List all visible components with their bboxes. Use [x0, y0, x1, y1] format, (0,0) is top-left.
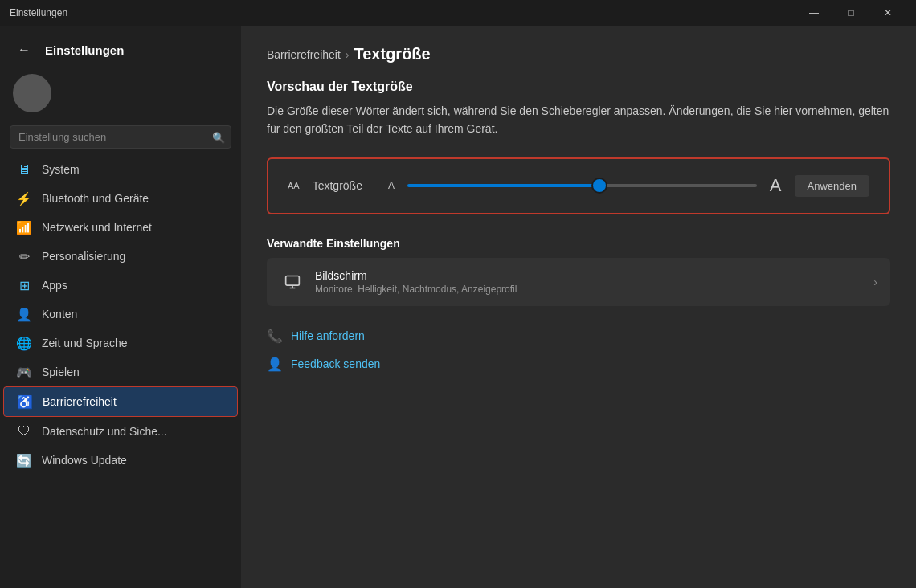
search-icon: 🔍: [212, 131, 225, 143]
slider-a-small: A: [388, 180, 395, 191]
sidebar-item-time[interactable]: 🌐 Zeit und Sprache: [3, 329, 238, 357]
sidebar-item-label: Barrierefreiheit: [43, 395, 117, 408]
sidebar-app-title: Einstellungen: [45, 43, 124, 57]
breadcrumb-parent: Barrierefreiheit: [267, 48, 341, 61]
main-content: Barrierefreiheit › Textgröße Vorschau de…: [241, 26, 916, 588]
breadcrumb: Barrierefreiheit › Textgröße: [267, 45, 890, 63]
gaming-icon: 🎮: [16, 364, 32, 380]
sidebar: ← Einstellungen 🔍 🖥 System ⚡ Bluetooth u…: [0, 26, 241, 588]
sidebar-item-network[interactable]: 📶 Netzwerk und Internet: [3, 213, 238, 242]
maximize-button[interactable]: □: [832, 0, 869, 26]
sidebar-item-label: Netzwerk und Internet: [42, 221, 152, 234]
avatar-area: [0, 67, 241, 125]
feedback-link-label: Feedback senden: [291, 357, 380, 370]
sidebar-item-label: Personalisierung: [42, 250, 125, 263]
related-item-display[interactable]: Bildschirm Monitore, Helligkeit, Nachtmo…: [267, 258, 890, 306]
preview-description: Die Größe dieser Wörter ändert sich, wäh…: [267, 102, 890, 138]
apply-button[interactable]: Anwenden: [795, 175, 869, 197]
sidebar-item-label: System: [42, 163, 80, 176]
help-icon: 📞: [267, 329, 283, 344]
sidebar-item-label: Datenschutz und Siche...: [42, 425, 167, 438]
apps-icon: ⊞: [16, 277, 32, 293]
time-icon: 🌐: [16, 335, 32, 351]
sidebar-item-update[interactable]: 🔄 Windows Update: [3, 446, 238, 475]
update-icon: 🔄: [16, 452, 32, 468]
slider-track: [407, 184, 757, 187]
help-link-label: Hilfe anfordern: [291, 329, 365, 342]
display-item-text: Bildschirm Monitore, Helligkeit, Nachtmo…: [315, 269, 873, 295]
sidebar-item-label: Apps: [42, 279, 67, 292]
breadcrumb-separator: ›: [346, 48, 350, 61]
search-input[interactable]: [10, 125, 231, 149]
sidebar-item-label: Bluetooth und Geräte: [42, 192, 149, 205]
privacy-icon: 🛡: [16, 423, 32, 439]
close-button[interactable]: ✕: [869, 0, 906, 26]
accessibility-icon: ♿: [17, 394, 33, 410]
sidebar-item-bluetooth[interactable]: ⚡ Bluetooth und Geräte: [3, 184, 238, 213]
feedback-link[interactable]: 👤 Feedback senden: [267, 350, 890, 378]
back-button[interactable]: ←: [13, 39, 35, 61]
accounts-icon: 👤: [16, 306, 32, 322]
sidebar-item-label: Zeit und Sprache: [42, 337, 128, 349]
sidebar-item-personalization[interactable]: ✏ Personalisierung: [3, 242, 238, 271]
sidebar-item-accessibility[interactable]: ♿ Barrierefreiheit: [3, 386, 238, 417]
sidebar-item-label: Windows Update: [42, 454, 127, 467]
titlebar-title: Einstellungen: [10, 7, 67, 18]
display-icon: [280, 269, 305, 295]
system-icon: 🖥: [16, 161, 32, 178]
display-item-subtitle: Monitore, Helligkeit, Nachtmodus, Anzeig…: [315, 284, 873, 295]
minimize-button[interactable]: —: [795, 0, 832, 26]
feedback-icon: 👤: [267, 357, 283, 372]
avatar: [13, 74, 51, 112]
sidebar-item-label: Konten: [42, 308, 77, 321]
slider-label: Textgröße: [313, 179, 362, 192]
sidebar-item-label: Spielen: [42, 365, 80, 378]
slider-thumb[interactable]: [593, 179, 606, 192]
titlebar-controls: — □ ✕: [795, 0, 906, 26]
sidebar-item-privacy[interactable]: 🛡 Datenschutz und Siche...: [3, 417, 238, 446]
slider-box: AA Textgröße A A Anwenden: [267, 157, 890, 214]
svg-rect-0: [286, 276, 300, 285]
slider-a-large: A: [770, 175, 782, 196]
display-item-title: Bildschirm: [315, 269, 873, 282]
help-link[interactable]: 📞 Hilfe anfordern: [267, 322, 890, 350]
breadcrumb-current: Textgröße: [354, 45, 431, 63]
preview-title: Vorschau der Textgröße: [267, 80, 890, 94]
chevron-right-icon: ›: [873, 276, 877, 288]
search-box: 🔍: [10, 125, 231, 149]
link-section: 📞 Hilfe anfordern 👤 Feedback senden: [267, 322, 890, 378]
personalization-icon: ✏: [16, 248, 32, 264]
sidebar-item-apps[interactable]: ⊞ Apps: [3, 271, 238, 300]
titlebar: Einstellungen — □ ✕: [0, 0, 916, 26]
textsize-icon: AA: [288, 181, 300, 190]
titlebar-left: Einstellungen: [10, 7, 67, 18]
slider-track-wrap: [407, 184, 757, 187]
bluetooth-icon: ⚡: [16, 190, 32, 206]
sidebar-item-system[interactable]: 🖥 System: [3, 155, 238, 184]
sidebar-item-gaming[interactable]: 🎮 Spielen: [3, 357, 238, 386]
network-icon: 📶: [16, 219, 32, 235]
sidebar-item-accounts[interactable]: 👤 Konten: [3, 300, 238, 329]
related-settings-title: Verwandte Einstellungen: [267, 237, 890, 250]
sidebar-header: ← Einstellungen: [0, 26, 241, 67]
app-body: ← Einstellungen 🔍 🖥 System ⚡ Bluetooth u…: [0, 26, 916, 588]
